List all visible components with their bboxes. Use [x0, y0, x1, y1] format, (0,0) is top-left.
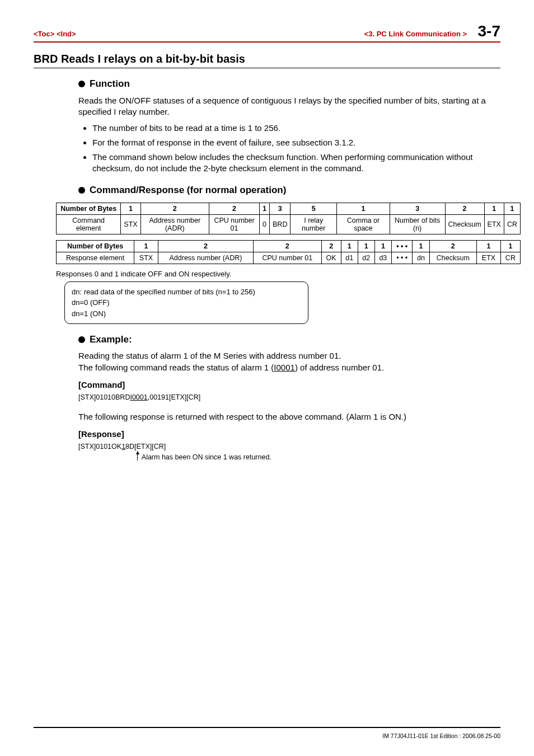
callout-line-3: dn=1 (ON): [72, 308, 301, 320]
cmdresp-heading: Command/Response (for normal operation): [78, 185, 495, 196]
command-label: [Command]: [78, 379, 495, 391]
response-label: [Response]: [78, 428, 495, 440]
example-line-1: Reading the status of alarm 1 of the M S…: [78, 350, 495, 361]
response-code: [STX]0101OK18D[ETX][CR]: [78, 442, 495, 452]
example-heading: Example:: [78, 334, 495, 345]
page-number: 3-7: [478, 22, 500, 40]
footer-text: IM 77J04J11-01E 1st Edition : 2006.08.25…: [382, 732, 500, 739]
arrow-up-icon: [137, 454, 138, 461]
function-bullet-2: For the format of response in the event …: [92, 137, 495, 148]
command-table: Number of Bytes 1 2 2 1 3 5 1 3 2 1 1 Co…: [56, 203, 521, 234]
response-note: Responses 0 and 1 indicate OFF and ON re…: [56, 270, 500, 278]
function-description: Reads the ON/OFF statuses of a sequence …: [78, 95, 495, 118]
arrow-note: Alarm has been ON since 1 was returned.: [137, 453, 495, 463]
callout-line-2: dn=0 (OFF): [72, 297, 301, 308]
callout-box: dn: read data of the specified number of…: [64, 281, 308, 325]
command-code: [STX]01010BRDI0001,00191[ETX][CR]: [78, 393, 495, 403]
t2-bytes-label: Number of Bytes: [57, 240, 134, 252]
example-line-2: The following command reads the status o…: [78, 361, 495, 373]
section-title: BRD Reads I relays on a bit-by-bit basis: [34, 53, 500, 68]
header-section: <3. PC Link Communication >: [364, 30, 467, 38]
bottom-rule: [34, 727, 500, 728]
response-intro: The following response is returned with …: [78, 411, 495, 422]
response-table: Number of Bytes 1 2 2 2 1 1 1 • • • 1 2 …: [56, 240, 521, 264]
header-toc: <Toc> <Ind>: [34, 30, 76, 38]
callout-line-1: dn: read data of the specified number of…: [72, 287, 301, 298]
function-heading: Function: [78, 78, 495, 90]
t1-bytes-label: Number of Bytes: [57, 203, 121, 214]
function-bullet-3: The command shown below includes the che…: [92, 152, 495, 175]
function-bullet-1: The number of bits to be read at a time …: [92, 123, 495, 134]
t2-element-label: Response element: [57, 252, 134, 264]
t1-element-label: Command element: [57, 214, 121, 234]
